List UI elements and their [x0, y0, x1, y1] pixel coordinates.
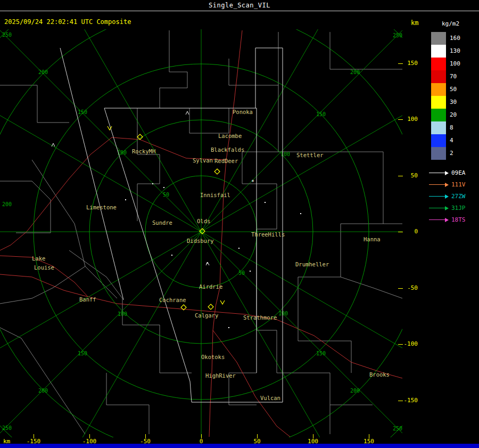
ring-distance-label: 200	[350, 388, 360, 394]
site-label: 27ZW	[451, 193, 466, 200]
city-label: Hanna	[364, 236, 381, 242]
bottom-axis-label: 0	[191, 438, 212, 445]
city-label: Blackfalds	[211, 146, 244, 153]
title-bar: Single_Scan_VIL	[0, 0, 479, 11]
highway-line	[0, 137, 112, 250]
ring-distance-label: 250	[2, 425, 12, 431]
legend-unit-label: kg/m2	[442, 20, 459, 27]
legend-color-value: 130	[450, 47, 460, 54]
ring-distance-label: 200	[38, 388, 48, 394]
legend-color-value: 50	[450, 86, 457, 93]
bottom-axis-label: 50	[246, 438, 268, 445]
map-dot	[265, 202, 266, 203]
right-axis-label: 50	[403, 172, 418, 179]
radar-app-window: Single_Scan_VIL 2025/09/24 22:02:41 UTC …	[0, 0, 479, 448]
legend-color-swatch	[431, 134, 446, 147]
site-arrow-head	[445, 218, 449, 222]
radar-map[interactable]: 2502001501005010015020025010015020025050…	[0, 29, 402, 437]
site-label: 111V	[451, 181, 466, 188]
boundary-line	[242, 152, 278, 184]
highway-line	[213, 330, 290, 437]
ring-distance-label: 150	[78, 351, 87, 356]
site-label: 18TS	[451, 216, 466, 223]
legend-color-swatch	[431, 147, 446, 160]
right-axis-label: 0	[403, 228, 418, 235]
boundary-line	[137, 108, 160, 221]
city-label: RedDeer	[214, 158, 238, 164]
map-dot	[228, 327, 229, 328]
right-axis-tick	[398, 288, 403, 289]
highway-line	[0, 256, 88, 297]
site-arrow-line	[429, 208, 445, 208]
boundary-line	[0, 266, 85, 304]
ring-distance-label: 250	[2, 32, 12, 38]
map-asterisk: *	[251, 179, 254, 185]
boundary-line	[0, 85, 69, 123]
boundary-line	[32, 160, 117, 298]
right-axis-unit: km	[411, 19, 418, 27]
boundary-line	[330, 32, 402, 69]
map-dot	[152, 183, 153, 184]
right-axis-label: 100	[403, 116, 418, 123]
boundary-line	[189, 108, 229, 133]
site-arrow-head	[445, 171, 449, 175]
city-label: Drumheller	[295, 261, 329, 267]
ring-distance-label: 200	[38, 69, 48, 75]
site-arrow-head	[445, 194, 449, 199]
legend-color-value: 160	[450, 35, 460, 42]
right-axis-label: -150	[403, 397, 418, 404]
city-marker-diamond	[208, 304, 213, 309]
legend-color-value: 8	[450, 124, 453, 131]
city-label: Limestone	[86, 204, 117, 210]
ring-distance-label: 250	[393, 32, 402, 38]
legend-color-swatch	[431, 32, 446, 45]
map-dot	[238, 248, 240, 249]
bottom-axis-label: -150	[23, 438, 44, 445]
boundary-line	[278, 32, 383, 341]
map-dot	[171, 255, 172, 256]
legend-color-value: 2	[450, 150, 453, 157]
highway-line	[112, 137, 226, 160]
right-axis-label: 150	[403, 60, 418, 67]
legend-color-value: 4	[450, 137, 453, 144]
right-axis-label: -100	[403, 340, 418, 347]
boundary-line	[106, 373, 149, 434]
city-label: Lake	[32, 255, 45, 262]
bottom-axis-label: -50	[135, 438, 156, 445]
city-label: Olds	[197, 218, 210, 224]
ring-distance-label: 100	[118, 311, 127, 317]
right-axis-tick	[398, 176, 403, 176]
city-label: Louise	[34, 264, 54, 271]
ring-distance-label: 100	[278, 311, 288, 316]
map-dot	[163, 187, 164, 188]
city-label: Airdrie	[199, 283, 222, 290]
ring-distance-label: 250	[393, 426, 402, 431]
legend-color-value: 30	[450, 99, 457, 105]
city-label: RockyMH	[132, 148, 155, 154]
legend-color-swatch	[431, 109, 446, 121]
bottom-axis-label: 150	[358, 438, 379, 445]
legend-color-swatch	[431, 121, 446, 134]
range-spoke	[201, 29, 402, 232]
boundary-line	[160, 30, 187, 108]
city-label: Ponoka	[233, 109, 253, 115]
city-marker-diamond	[214, 169, 220, 174]
city-label: Didsbury	[187, 238, 214, 244]
city-label: ThreeHills	[251, 231, 285, 238]
bottom-axis-label: 100	[302, 438, 324, 445]
boundary-line	[0, 328, 85, 434]
map-dot	[300, 213, 301, 214]
range-spoke	[0, 29, 201, 232]
peak-caret	[186, 111, 189, 115]
site-label: 31JP	[451, 205, 466, 211]
legend-color-swatch	[431, 58, 446, 70]
city-label: Vulcan	[260, 395, 280, 401]
boundary-line	[160, 352, 192, 373]
legend-color-value: 100	[450, 60, 460, 67]
city-label: Brooks	[369, 371, 390, 378]
legend-color-value: 20	[450, 111, 457, 118]
status-bar	[0, 444, 479, 448]
city-label: Strathmore	[243, 314, 277, 321]
coverage-outline	[104, 48, 283, 402]
map-dot	[250, 271, 251, 272]
